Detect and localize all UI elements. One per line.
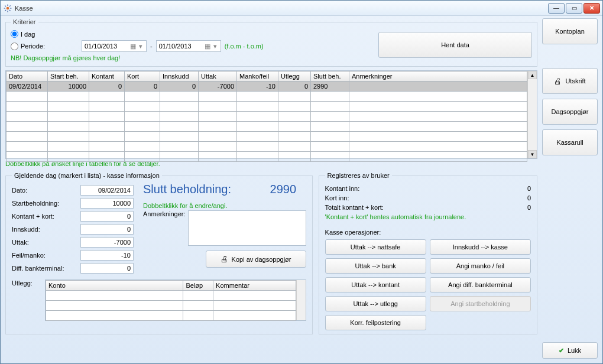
col-anm[interactable]: Anmerkninger xyxy=(349,72,527,82)
uttak-nattsafe-button[interactable]: Uttak --> nattsafe xyxy=(325,239,426,255)
kort-inn-value: 0 xyxy=(507,194,531,202)
utlegg-grid[interactable]: Konto Beløp Kommentar xyxy=(45,280,306,321)
utlegg-col-konto[interactable]: Konto xyxy=(46,281,183,291)
fom-tom-label: (f.o.m - t.o.m) xyxy=(225,43,264,50)
utskrift-button[interactable]: 🖨 Utskrift xyxy=(542,68,598,94)
main-grid[interactable]: Dato Start beh. Kontant Kort Innskudd Ut… xyxy=(5,70,537,159)
date-to-input[interactable]: 01/10/2013 ▦ ▾ xyxy=(156,40,221,52)
check-icon: ✔ xyxy=(559,347,564,355)
chevron-down-icon: ▾ xyxy=(212,43,218,50)
start-label: Startbeholdning: xyxy=(12,200,77,207)
date-from-input[interactable]: 01/10/2013 ▦ ▾ xyxy=(82,40,147,52)
table-row[interactable] xyxy=(7,102,527,112)
table-row[interactable] xyxy=(7,132,527,142)
anm-textarea[interactable] xyxy=(188,210,306,246)
table-row[interactable] xyxy=(7,92,527,102)
grid-scrollbar[interactable]: ▲ ▼ xyxy=(527,71,537,158)
col-start[interactable]: Start beh. xyxy=(48,72,89,82)
col-utlegg[interactable]: Utlegg xyxy=(278,72,311,82)
utlegg-scrollbar[interactable] xyxy=(296,280,306,320)
col-uttak[interactable]: Uttak xyxy=(199,72,237,82)
svg-line-8 xyxy=(9,5,11,6)
table-row[interactable] xyxy=(7,142,527,152)
table-row[interactable] xyxy=(46,291,296,301)
utlegg-col-kommentar[interactable]: Kommentar xyxy=(213,281,296,291)
col-innskudd[interactable]: Innskudd xyxy=(160,72,199,82)
kontoplan-button[interactable]: Kontoplan xyxy=(542,18,598,44)
table-row[interactable] xyxy=(46,311,296,321)
close-button[interactable]: ✕ xyxy=(583,3,600,14)
periode-label: Periode: xyxy=(21,43,45,50)
kontant-inn-value: 0 xyxy=(507,185,531,192)
dagsoppgjor-button[interactable]: Dagsoppgjør xyxy=(542,99,598,125)
angi-manko-button[interactable]: Angi manko / feil xyxy=(430,258,531,274)
feil-label: Feil/manko: xyxy=(12,252,77,259)
kopi-button[interactable]: 🖨 Kopi av dagsoppgjør xyxy=(206,251,306,268)
uttak-bank-button[interactable]: Uttak --> bank xyxy=(325,258,426,274)
slutt-value: 2990 xyxy=(243,183,296,196)
idag-radio[interactable] xyxy=(11,30,18,38)
start-value: 10000 xyxy=(80,198,134,209)
endre-hint: Dobbeltklikk for å endre/angi. xyxy=(143,202,306,209)
grid-header-row: Dato Start beh. Kontant Kort Innskudd Ut… xyxy=(7,72,527,82)
printer-icon: 🖨 xyxy=(221,255,228,264)
ops-label: Kasse operasjoner: xyxy=(325,229,531,236)
idag-label: I dag xyxy=(21,31,35,38)
feil-value: -10 xyxy=(80,250,134,261)
maximize-button[interactable]: ▭ xyxy=(566,3,582,14)
korr-button[interactable]: Korr. feilpostering xyxy=(325,315,426,330)
kontant-inn-label: Kontant inn: xyxy=(325,185,507,192)
chevron-down-icon: ▾ xyxy=(138,43,144,50)
date-sep: - xyxy=(150,43,153,50)
totalt-value: 0 xyxy=(507,204,531,211)
totalt-label: Totalt kontant + kort: xyxy=(325,204,507,211)
periode-radio[interactable] xyxy=(11,43,18,50)
svg-line-7 xyxy=(5,9,6,11)
scroll-down-icon[interactable]: ▼ xyxy=(528,150,537,158)
utlegg-label: Utlegg: xyxy=(12,280,41,287)
anm-label: Anmerkninger: xyxy=(143,210,186,217)
col-dato[interactable]: Dato xyxy=(7,72,48,82)
innskudd-value: 0 xyxy=(80,224,134,235)
kriterier-legend: Kriterier xyxy=(11,18,38,25)
col-kontant[interactable]: Kontant xyxy=(89,72,125,82)
table-row[interactable] xyxy=(7,152,527,162)
col-kort[interactable]: Kort xyxy=(125,72,160,82)
gjeldende-legend: Gjeldende dag (markert i lista) - kasse … xyxy=(12,172,162,179)
kk-value: 0 xyxy=(80,211,134,222)
titlebar: Kasse — ▭ ✕ xyxy=(1,1,602,16)
innskudd-kasse-button[interactable]: Innskudd --> kasse xyxy=(430,239,531,255)
angi-diff-button[interactable]: Angi diff. bankterminal xyxy=(430,277,531,292)
gjeldende-panel: Gjeldende dag (markert i lista) - kasse … xyxy=(5,172,313,334)
scroll-up-icon[interactable]: ▲ xyxy=(528,71,537,79)
calendar-icon: ▦ xyxy=(128,43,138,50)
diff-value: 0 xyxy=(80,263,134,274)
lukk-button[interactable]: ✔ Lukk xyxy=(542,342,598,359)
table-row[interactable] xyxy=(7,112,527,122)
auto-hint: 'Kontant + kort' hentes automatisk fra j… xyxy=(325,213,531,220)
table-row[interactable] xyxy=(7,122,527,132)
kassarull-button[interactable]: Kassarull xyxy=(542,129,598,155)
uttak-utlegg-button[interactable]: Uttak --> utlegg xyxy=(325,296,426,311)
reg-panel: Registreres av bruker Kontant inn:0 Kort… xyxy=(319,172,537,334)
uttak-kontant-button[interactable]: Uttak --> kontant xyxy=(325,277,426,292)
svg-line-6 xyxy=(9,9,11,11)
dato-label: Dato: xyxy=(12,187,77,194)
calendar-icon: ▦ xyxy=(203,43,212,50)
diff-label: Diff. bankterminal: xyxy=(12,265,77,272)
kriterier-panel: Kriterier I dag Periode: xyxy=(5,18,537,67)
printer-icon: 🖨 xyxy=(554,77,562,86)
table-row[interactable] xyxy=(46,301,296,311)
svg-point-0 xyxy=(7,6,9,9)
kort-inn-label: Kort inn: xyxy=(325,194,507,202)
hent-data-button[interactable]: Hent data xyxy=(378,32,532,58)
col-manko[interactable]: Manko/feil xyxy=(237,72,278,82)
col-slutt[interactable]: Slutt beh. xyxy=(311,72,349,82)
app-window: Kasse — ▭ ✕ Kriterier I dag xyxy=(0,0,603,364)
minimize-button[interactable]: — xyxy=(548,3,565,14)
app-icon xyxy=(3,4,12,13)
svg-line-5 xyxy=(5,5,6,6)
utlegg-col-belop[interactable]: Beløp xyxy=(183,281,213,291)
slutt-label: Slutt beholdning: xyxy=(143,183,231,196)
table-row[interactable]: 09/02/2014 10000 0 0 0 -7000 -10 0 2990 xyxy=(7,82,527,92)
